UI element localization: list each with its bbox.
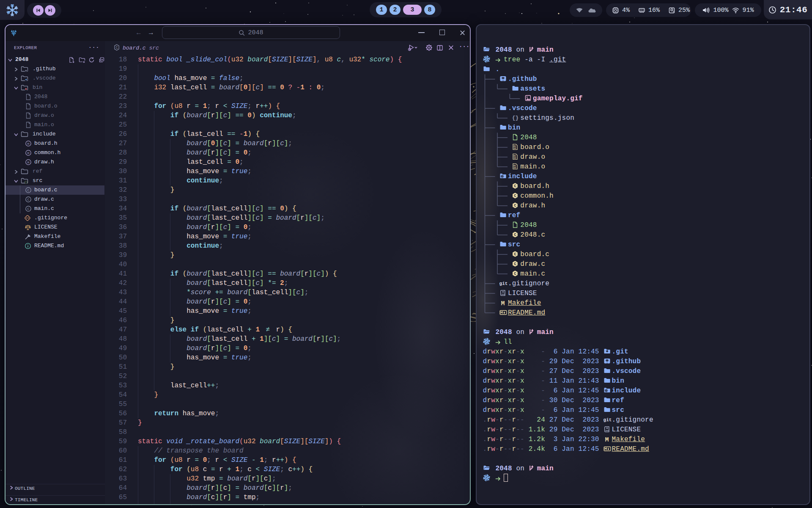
svg-text:git: git bbox=[604, 417, 612, 422]
svg-text:git: git bbox=[499, 281, 508, 286]
svg-text:C: C bbox=[514, 252, 517, 257]
svg-text:M: M bbox=[501, 300, 505, 306]
svg-text:10: 10 bbox=[514, 157, 516, 159]
svg-text:10: 10 bbox=[514, 167, 516, 169]
svg-text:C: C bbox=[514, 204, 517, 208]
svg-text:C: C bbox=[514, 272, 517, 276]
svg-text:C: C bbox=[514, 262, 517, 266]
svg-text:C: C bbox=[514, 233, 517, 237]
svg-text:{}: {} bbox=[512, 115, 519, 121]
svg-text:C: C bbox=[514, 194, 517, 198]
svg-text:10: 10 bbox=[514, 147, 516, 149]
svg-text:M: M bbox=[605, 436, 609, 442]
svg-text:C: C bbox=[115, 46, 118, 50]
svg-text:C: C bbox=[514, 184, 517, 188]
